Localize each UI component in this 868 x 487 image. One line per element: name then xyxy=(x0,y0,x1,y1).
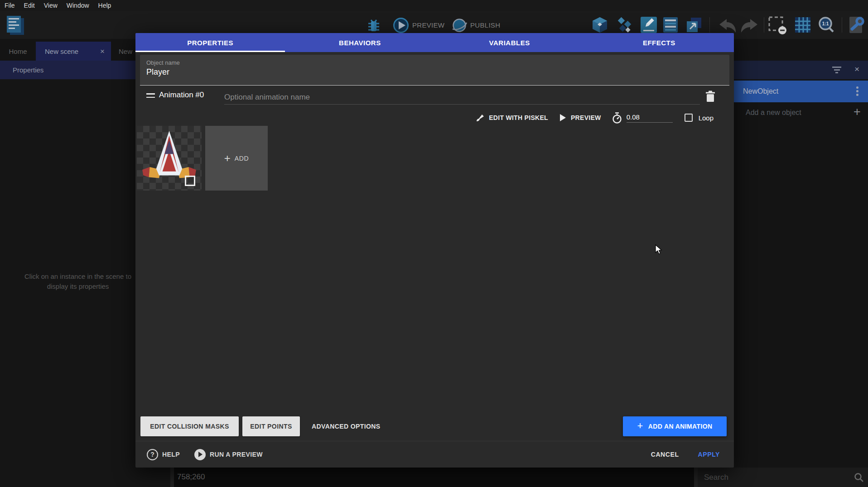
object-name-field-label: Object name xyxy=(146,59,180,66)
tab-variables[interactable]: VARIABLES xyxy=(435,33,584,52)
tab-close-icon[interactable]: × xyxy=(100,48,105,55)
object-menu-icon[interactable] xyxy=(856,86,858,96)
loop-checkbox[interactable] xyxy=(685,114,693,122)
empty-message-line1: Click on an instance in the scene to xyxy=(0,272,156,282)
plus-icon: + xyxy=(637,421,643,431)
gdevelop-window: File Edit View Window Help PREVIEW xyxy=(0,0,868,487)
mouse-cursor xyxy=(655,244,665,257)
publish-label[interactable]: PUBLISH xyxy=(470,21,500,29)
frame-select-checkbox[interactable] xyxy=(185,176,195,186)
doc-front-page xyxy=(7,16,21,33)
tab-home[interactable]: Home xyxy=(0,42,36,61)
properties-panel-title: Properties xyxy=(13,66,43,74)
menu-view[interactable]: View xyxy=(39,0,62,11)
run-a-preview-button[interactable]: RUN A PREVIEW xyxy=(210,451,263,458)
plus-icon: + xyxy=(854,105,861,119)
play-icon xyxy=(560,114,566,121)
edit-collision-masks-button[interactable]: EDIT COLLISION MASKS xyxy=(140,416,239,436)
advanced-options-button[interactable]: ADVANCED OPTIONS xyxy=(304,416,388,436)
toolbar-separator xyxy=(842,17,842,33)
search-input[interactable] xyxy=(704,468,840,487)
dialog-tab-bar: PROPERTIES BEHAVIORS VARIABLES EFFECTS xyxy=(135,33,734,52)
menu-bar: File Edit View Window Help xyxy=(0,0,868,11)
object-name-input[interactable] xyxy=(146,67,463,77)
add-frame-button[interactable]: + ADD xyxy=(205,126,268,191)
tab-effects[interactable]: EFFECTS xyxy=(584,33,734,52)
add-new-object-label: Add a new object xyxy=(746,102,801,123)
edit-with-piskel-button[interactable]: EDIT WITH PISKEL xyxy=(489,114,548,121)
tab-home-label: Home xyxy=(9,48,27,55)
grid-icon[interactable] xyxy=(794,16,812,36)
undo-icon[interactable] xyxy=(716,17,737,35)
object-editor-dialog: PROPERTIES BEHAVIORS VARIABLES EFFECTS O… xyxy=(135,33,734,468)
svg-text:1:1: 1:1 xyxy=(822,21,829,26)
cursor-coordinates-status: 758;260 xyxy=(177,473,205,482)
help-button[interactable]: HELP xyxy=(162,451,180,458)
project-manager-icon[interactable] xyxy=(5,15,26,36)
menu-window[interactable]: Window xyxy=(62,0,94,11)
tab-new-scene[interactable]: New scene × xyxy=(36,42,111,61)
zoom-1-1-icon[interactable]: 1:1 xyxy=(816,15,836,37)
tab-properties[interactable]: PROPERTIES xyxy=(135,33,285,52)
brush-icon xyxy=(475,113,485,122)
plus-icon: + xyxy=(224,153,231,164)
help-glyph: ? xyxy=(150,451,154,458)
redo-icon[interactable] xyxy=(740,17,761,35)
objects-search-bar xyxy=(698,468,868,487)
edit-points-button[interactable]: EDIT POINTS xyxy=(242,416,300,436)
active-tab-indicator xyxy=(135,51,285,52)
object-name-field: Object name xyxy=(140,55,729,86)
tab-next-partial[interactable]: New xyxy=(119,48,132,55)
menu-file[interactable]: File xyxy=(0,0,19,11)
close-panel-icon[interactable]: × xyxy=(854,64,859,74)
drag-handle-icon[interactable] xyxy=(146,93,155,100)
toolbar-separator xyxy=(709,17,710,33)
properties-empty-message: Click on an instance in the scene to dis… xyxy=(0,272,156,291)
add-frame-label: ADD xyxy=(235,155,249,162)
animation-tool-row: EDIT WITH PISKEL PREVIEW Loop xyxy=(475,110,714,125)
preview-animation-button[interactable]: PREVIEW xyxy=(571,114,601,121)
object-name-label: NewObject xyxy=(743,81,778,102)
cancel-button[interactable]: CANCEL xyxy=(651,451,679,458)
dialog-bottom-bar: ? HELP RUN A PREVIEW CANCEL APPLY xyxy=(135,441,734,468)
delete-selection-icon[interactable] xyxy=(767,15,787,37)
filter-icon[interactable] xyxy=(832,67,842,74)
search-icon xyxy=(854,472,864,485)
menu-help[interactable]: Help xyxy=(94,0,116,11)
tab-new-scene-label: New scene xyxy=(45,48,78,55)
toolbar-separator xyxy=(764,17,764,33)
project-settings-icon[interactable] xyxy=(847,15,866,37)
time-between-frames-input[interactable] xyxy=(627,113,673,123)
animation-frame-thumbnail[interactable] xyxy=(137,126,202,191)
help-icon[interactable]: ? xyxy=(147,449,158,460)
stopwatch-icon xyxy=(611,112,623,124)
delete-animation-button[interactable] xyxy=(703,88,718,104)
empty-message-line2: display its properties xyxy=(0,282,156,291)
apply-button[interactable]: APPLY xyxy=(698,451,720,458)
animation-name-input[interactable] xyxy=(224,90,700,105)
trash-icon xyxy=(705,90,716,102)
animation-title: Animation #0 xyxy=(159,91,204,100)
add-an-animation-button[interactable]: + ADD AN ANIMATION xyxy=(623,416,727,436)
menu-edit[interactable]: Edit xyxy=(19,0,39,11)
run-preview-icon[interactable] xyxy=(194,449,206,460)
add-an-animation-label: ADD AN ANIMATION xyxy=(648,423,713,430)
tab-behaviors[interactable]: BEHAVIORS xyxy=(285,33,434,52)
loop-label: Loop xyxy=(699,114,714,122)
preview-label[interactable]: PREVIEW xyxy=(412,21,444,29)
